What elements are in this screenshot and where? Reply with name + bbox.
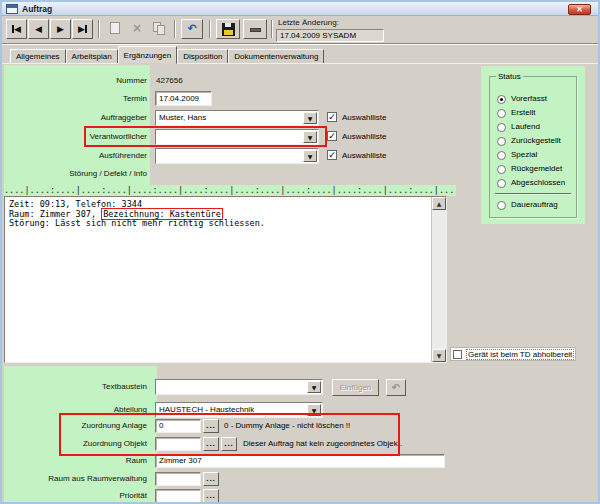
undo-icon: ↶ [187, 22, 196, 35]
textbaustein-combobox[interactable]: ▼ [155, 379, 323, 395]
stoerung-label: Störung / Defekt / Info [2, 169, 147, 178]
radio-label-laufend: Laufend [511, 122, 540, 131]
title-bar: Auftrag ✕ [2, 2, 598, 16]
abteilung-combobox[interactable]: HAUSTECH - Haustechnik ▼ [155, 402, 323, 418]
last-change-label: Letzte Änderung: [278, 18, 339, 27]
radio-vorerfasst[interactable] [497, 95, 506, 104]
status-separator [495, 193, 571, 195]
verantwortlicher-label: Verantwortlicher [2, 132, 147, 141]
minus-icon [250, 28, 261, 32]
radio-zurueckgestellt[interactable] [497, 137, 506, 146]
verantwortlicher-combobox[interactable]: ▼ [155, 129, 319, 145]
termin-input[interactable]: 17.04.2009 [155, 91, 212, 106]
radio-label-spezial: Spezial [511, 150, 537, 159]
delete-record-button[interactable]: × [127, 19, 147, 39]
new-document-icon [110, 22, 120, 34]
tab-ergaenzungen[interactable]: Ergänzungen [118, 46, 178, 64]
textbaustein-label: Textbaustein [2, 382, 147, 391]
scroll-up-icon[interactable]: ▲ [432, 197, 446, 210]
chevron-down-icon[interactable]: ▼ [307, 381, 321, 393]
save-button[interactable] [216, 19, 240, 39]
prioritaet-browse-button[interactable]: ... [203, 489, 219, 503]
pickup-checkbox-label: Gerät ist beim TD abholbereit [466, 349, 574, 360]
radio-spezial[interactable] [497, 151, 506, 160]
stoerung-textarea[interactable]: Zeit: 09:13, Telefon: 3344Raum: Zimmer 3… [4, 196, 447, 363]
radio-label-abgeschlossen: Abgeschlossen [511, 178, 565, 187]
ausfuehrender-combobox[interactable]: ▼ [155, 148, 319, 164]
objekt-browse-button[interactable]: ... [203, 437, 219, 451]
radio-laufend[interactable] [497, 123, 506, 132]
last-change-value: 17.04.2009 SYSADM [276, 29, 384, 42]
objekt-note: Dieser Auftrag hat kein zugeordnetes Obj… [243, 439, 402, 448]
window-title: Auftrag [22, 4, 52, 14]
einfuegen-button[interactable]: Einfügen [332, 379, 379, 396]
radio-label-erstellt: Erstellt [511, 108, 535, 117]
chevron-down-icon[interactable]: ▼ [303, 112, 317, 124]
status-groupbox-title: Status [496, 72, 523, 81]
radio-label-zurueckgestellt: Zurückgestellt [511, 136, 561, 145]
last-record-button[interactable]: ▶ [72, 19, 93, 39]
ausfuehrender-auswahlliste-checkbox[interactable]: ✓ [327, 150, 337, 160]
zuordnung-anlage-input[interactable]: 0 [155, 419, 201, 433]
toolbar-separator [174, 20, 176, 38]
toolbar: ◀ ◀ ▶ ▶ × ↶ Letzte Änderung: 17.04.2009 … [2, 16, 598, 45]
revert-text-button[interactable]: ↶ [386, 379, 406, 396]
auftraggeber-combobox[interactable]: Muster, Hans ▼ [155, 110, 319, 126]
chevron-down-icon[interactable]: ▼ [303, 131, 317, 143]
raumverwaltung-input[interactable] [155, 472, 201, 486]
remove-button[interactable] [243, 19, 267, 39]
radio-abgeschlossen[interactable] [497, 179, 506, 188]
auftraggeber-auswahlliste-checkbox[interactable]: ✓ [327, 112, 337, 122]
radio-label-dauerauftrag: Dauerauftrag [511, 200, 558, 209]
undo-icon: ↶ [392, 382, 400, 393]
close-icon[interactable]: ✕ [568, 4, 591, 15]
last-record-icon [85, 25, 87, 33]
auftraggeber-label: Auftraggeber [2, 113, 147, 122]
raum-input[interactable]: Zimmer 307 [155, 454, 445, 468]
auftraggeber-auswahlliste-label: Auswahlliste [342, 113, 386, 122]
tab-dokumentenverwaltung[interactable]: Dokumentenverwaltung [228, 49, 324, 64]
tab-allgemeines[interactable]: Allgemeines [10, 49, 66, 64]
tab-content-ergaenzungen: ....|....:....|....:....|....:....|....:… [2, 64, 598, 502]
radio-dauerauftrag[interactable] [497, 201, 506, 210]
ausfuehrender-label: Ausführender [2, 151, 147, 160]
prioritaet-label: Priorität [2, 491, 147, 500]
chevron-down-icon[interactable]: ▼ [307, 404, 321, 416]
chevron-down-icon[interactable]: ▼ [303, 150, 317, 162]
save-icon [222, 23, 235, 36]
anlage-browse-button[interactable]: ... [203, 419, 219, 433]
zuordnung-anlage-label: Zuordnung Anlage [2, 421, 147, 430]
editor-ruler: ....|....:....|....:....|....:....|....:… [4, 185, 456, 196]
zuordnung-objekt-input[interactable] [155, 437, 201, 451]
tab-arbeitsplan[interactable]: Arbeitsplan [66, 49, 118, 64]
tab-disposition[interactable]: Disposition [177, 49, 228, 64]
radio-rueckgemeldet[interactable] [497, 165, 506, 174]
new-record-button[interactable] [105, 19, 125, 39]
previous-record-icon: ◀ [35, 24, 42, 34]
toolbar-separator [271, 20, 273, 38]
pickup-checkbox-group: Gerät ist beim TD abholbereit [450, 347, 576, 361]
status-panel: Status Vorerfasst Erstellt Laufend Zurüc… [481, 66, 585, 224]
first-record-button[interactable]: ◀ [6, 19, 27, 39]
prioritaet-input[interactable] [155, 489, 201, 503]
previous-record-button[interactable]: ◀ [28, 19, 49, 39]
vertical-scrollbar[interactable]: ▲ ▼ [431, 197, 446, 362]
toolbar-separator [98, 20, 100, 38]
next-record-button[interactable]: ▶ [50, 19, 71, 39]
stoerung-text: Zeit: 09:13, Telefon: 3344Raum: Zimmer 3… [9, 200, 265, 229]
objekt-browse-button-2[interactable]: ... [221, 437, 237, 451]
radio-erstellt[interactable] [497, 109, 506, 118]
next-record-icon: ▶ [57, 24, 64, 34]
radio-label-vorerfasst: Vorerfasst [511, 94, 547, 103]
ausfuehrender-auswahlliste-label: Auswahlliste [342, 151, 386, 160]
radio-label-rueckgemeldet: Rückgemeldet [511, 164, 562, 173]
zuordnung-objekt-label: Zuordnung Objekt [2, 439, 147, 448]
pickup-checkbox[interactable] [453, 350, 462, 359]
termin-label: Termin [2, 94, 147, 103]
nummer-value: 427656 [156, 76, 183, 85]
copy-record-button[interactable] [149, 19, 169, 39]
raumverwaltung-browse-button[interactable]: ... [203, 472, 219, 486]
undo-button[interactable]: ↶ [181, 19, 203, 39]
scroll-down-icon[interactable]: ▼ [432, 349, 446, 362]
verantwortlicher-auswahlliste-checkbox[interactable]: ✓ [327, 131, 337, 141]
